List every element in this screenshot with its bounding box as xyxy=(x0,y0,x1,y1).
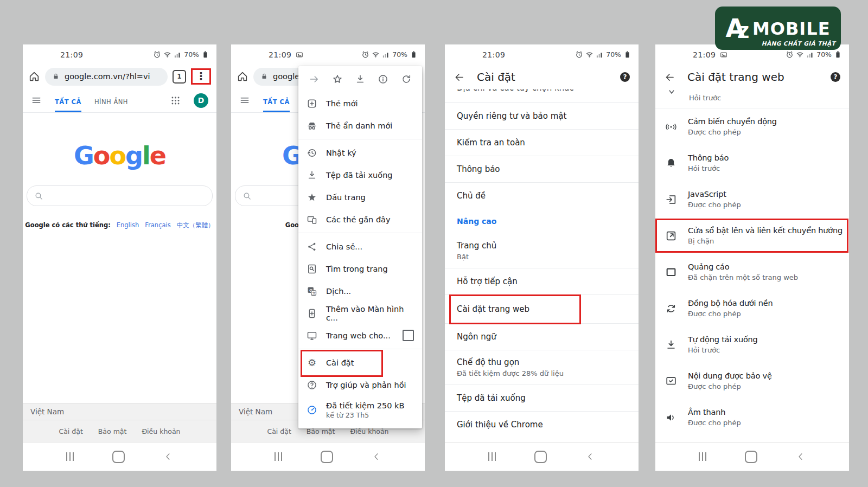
menu-item-downloads[interactable]: Tệp đã tải xuống xyxy=(298,164,422,186)
menu-item-desktop-site[interactable]: Trang web cho... xyxy=(298,324,422,347)
google-logo: Google xyxy=(74,143,165,168)
info-icon[interactable] xyxy=(378,74,388,85)
footer-link-settings[interactable]: Cài đặt xyxy=(267,427,291,435)
settings-item-homepage[interactable]: Trang chủ Bật xyxy=(445,234,639,268)
recents-icon[interactable] xyxy=(488,452,496,461)
apps-grid-icon[interactable] xyxy=(170,95,181,106)
logo-tagline: HÀNG CHẤT GIÁ THẬT xyxy=(762,40,835,47)
back-chevron-icon[interactable] xyxy=(372,452,381,462)
recents-icon[interactable] xyxy=(66,452,74,461)
site-setting-popups[interactable]: Cửa sổ bật lên và liên kết chuyển hướng … xyxy=(655,217,849,254)
notifications-icon xyxy=(665,157,677,169)
site-setting-ads[interactable]: Quảng cáo Đã chặn trên một số trang web xyxy=(655,254,849,290)
tab-all[interactable]: TẤT CẢ xyxy=(263,98,290,112)
javascript-icon xyxy=(665,194,677,206)
menu-item-new-tab[interactable]: Thẻ mới xyxy=(298,92,422,114)
menu-item-share[interactable]: Chia sẻ... xyxy=(298,235,422,258)
menu-item-data-saver[interactable]: Đã tiết kiệm 250 kB kể từ 23 Th5 xyxy=(298,396,422,424)
help-icon[interactable]: ? xyxy=(620,72,630,82)
download-icon[interactable] xyxy=(355,74,366,85)
hamburger-menu-icon[interactable] xyxy=(31,95,42,106)
settings-item-privacy[interactable]: Quyền riêng tư và bảo mật xyxy=(445,103,639,130)
back-chevron-icon[interactable] xyxy=(796,452,806,462)
settings-item-safety-check[interactable]: Kiểm tra an toàn xyxy=(445,130,639,156)
battery-icon xyxy=(201,50,209,59)
settings-item-lite-mode[interactable]: Chế độ thu gọn Đã tiết kiệm được 28% dữ … xyxy=(445,350,639,385)
region-bar: Việt Nam xyxy=(23,403,216,420)
menu-item-incognito[interactable]: Thẻ ẩn danh mới xyxy=(298,114,422,137)
menu-item-history[interactable]: Nhật ký xyxy=(298,142,422,164)
clipped-list-item[interactable]: Hỏi trước xyxy=(655,89,849,108)
settings-item-theme[interactable]: Chủ đề xyxy=(445,183,639,209)
avatar[interactable]: D xyxy=(194,93,208,108)
home-circle-icon[interactable] xyxy=(112,451,125,463)
footer-link-terms[interactable]: Điều khoản xyxy=(142,427,180,435)
menu-item-bookmarks[interactable]: Dấu trang xyxy=(298,186,422,208)
section-header-advanced: Nâng cao xyxy=(445,209,639,234)
settings-item-notifications[interactable]: Thông báo xyxy=(445,156,639,183)
add-to-home-icon xyxy=(307,308,317,319)
tab-switcher-button[interactable]: 1 xyxy=(173,70,186,84)
tab-all[interactable]: TẤT CẢ xyxy=(55,98,81,112)
divider xyxy=(298,349,422,349)
site-setting-javascript[interactable]: JavaScript Được cho phép xyxy=(655,181,849,217)
lang-english[interactable]: English xyxy=(117,221,139,229)
new-tab-icon xyxy=(307,98,317,109)
menu-item-help[interactable]: Trợ giúp và phản hồi xyxy=(298,374,422,396)
alarm-icon xyxy=(786,50,794,59)
ads-icon xyxy=(665,266,677,278)
recents-icon[interactable] xyxy=(275,452,282,461)
settings-item-about-chrome[interactable]: Giới thiệu về Chrome xyxy=(445,412,639,438)
phone-screenshot-3: 21:09 70% Cài đặt ? Địa chỉ và các tùy c… xyxy=(445,44,639,471)
site-setting-protected-content[interactable]: Nội dung được bảo vệ Được cho phép xyxy=(655,363,849,399)
back-chevron-icon[interactable] xyxy=(585,452,595,462)
settings-item-languages[interactable]: Ngôn ngữ xyxy=(445,324,639,350)
footer-link-settings[interactable]: Cài đặt xyxy=(59,427,82,435)
battery-percent: 70% xyxy=(184,50,199,59)
tab-images[interactable]: HÌNH ẢNH xyxy=(94,98,128,112)
footer-link-privacy[interactable]: Bảo mật xyxy=(98,427,127,435)
menu-item-settings[interactable]: ⚙ Cài đặt xyxy=(298,351,422,374)
site-setting-auto-downloads[interactable]: Tự động tải xuống Hỏi trước xyxy=(655,326,849,363)
hamburger-menu-icon[interactable] xyxy=(239,95,250,106)
wifi-icon xyxy=(163,50,171,59)
forward-icon[interactable] xyxy=(309,74,320,85)
recents-icon[interactable] xyxy=(699,452,706,461)
phone-screenshot-1: 21:09 70% google.com.vn/?hl=vi 1 ⋮ TẤT C… xyxy=(23,44,216,471)
reload-icon[interactable] xyxy=(401,74,412,85)
three-dot-menu-button[interactable]: ⋮ xyxy=(196,70,206,82)
menu-item-translate[interactable]: Dịch... xyxy=(298,280,422,302)
menu-item-find-in-page[interactable]: Tìm trong trang xyxy=(298,258,422,280)
url-bar[interactable]: google.com.vn/?hl=vi xyxy=(45,68,168,86)
settings-item-accessibility[interactable]: Hỗ trợ tiếp cận xyxy=(445,268,639,295)
settings-item-downloads[interactable]: Tệp đã tải xuống xyxy=(445,385,639,412)
android-nav-bar xyxy=(231,442,425,471)
site-setting-sound[interactable]: Âm thanh Được cho phép xyxy=(655,399,849,435)
bookmark-star-icon[interactable] xyxy=(332,74,343,85)
signal-icon xyxy=(596,50,604,59)
settings-item-site-settings[interactable]: Cài đặt trang web xyxy=(445,295,639,324)
lang-chinese[interactable]: 中文（繁體） xyxy=(177,221,214,229)
screenshot-notification-icon xyxy=(720,51,727,59)
menu-item-add-to-home[interactable]: Thêm vào Màn hình c... xyxy=(298,302,422,324)
help-icon[interactable]: ? xyxy=(831,72,840,82)
site-setting-background-sync[interactable]: Đồng bộ hóa dưới nền Được cho phép xyxy=(655,290,849,326)
battery-percent: 70% xyxy=(606,50,621,59)
search-input[interactable] xyxy=(27,185,213,206)
alarm-icon xyxy=(361,50,369,59)
home-circle-icon[interactable] xyxy=(534,451,547,463)
home-icon[interactable] xyxy=(28,71,40,82)
site-setting-notifications[interactable]: Thông báo Hỏi trước xyxy=(655,145,849,181)
signal-icon xyxy=(382,50,390,59)
back-chevron-icon[interactable] xyxy=(163,452,173,462)
site-setting-motion-sensors[interactable]: Cảm biến chuyển động Được cho phép xyxy=(655,108,849,145)
menu-item-recent-tabs[interactable]: Các thẻ gần đây xyxy=(298,208,422,230)
lang-francais[interactable]: Français xyxy=(145,221,170,229)
home-circle-icon[interactable] xyxy=(745,451,757,463)
desktop-site-checkbox[interactable] xyxy=(403,330,414,341)
home-circle-icon[interactable] xyxy=(321,451,333,463)
home-icon[interactable] xyxy=(237,71,248,82)
back-arrow-icon[interactable] xyxy=(664,72,675,83)
clipped-list-item[interactable]: Địa chỉ và các tùy chọn khác xyxy=(445,89,639,103)
back-arrow-icon[interactable] xyxy=(454,72,465,83)
